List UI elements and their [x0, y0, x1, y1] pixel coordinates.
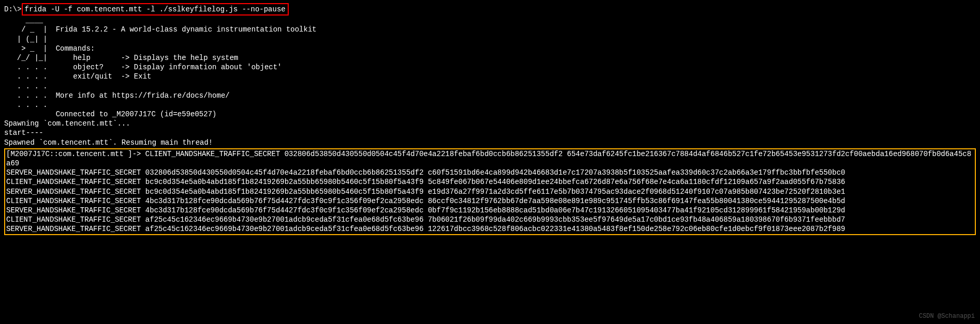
ssl-secrets-highlight: [M2007J17C::com.tencent.mtt ]-> CLIENT_H…: [4, 148, 976, 235]
secrets-container: [M2007J17C::com.tencent.mtt ]-> CLIENT_H…: [6, 149, 974, 234]
version-line: Frida 15.2.2 - A world-class dynamic ins…: [56, 25, 317, 34]
frida-banner: ____ / _ | | (_| | > _ | /_/ |_| . . . .…: [4, 16, 976, 119]
help-command: help -> Displays the help system: [56, 54, 239, 62]
target-prompt: [M2007J17C::com.tencent.mtt ]->: [6, 150, 145, 158]
spawned-line: Spawned `com.tencent.mtt`. Resuming main…: [4, 138, 976, 147]
terminal-window[interactable]: D:\> frida -U -f com.tencent.mtt -l ./ss…: [0, 0, 980, 238]
command-highlight: frida -U -f com.tencent.mtt -l ./sslkeyf…: [22, 3, 289, 16]
command-text: frida -U -f com.tencent.mtt -l ./sslkeyf…: [25, 5, 286, 13]
secret-line: CLIENT_HANDSHAKE_TRAFFIC_SECRET af25c45c…: [6, 215, 974, 224]
command-line: D:\> frida -U -f com.tencent.mtt -l ./ss…: [4, 3, 976, 16]
secret-text: CLIENT_HANDSHAKE_TRAFFIC_SECRET 032806d5…: [6, 150, 971, 167]
prompt-prefix: D:\>: [4, 5, 22, 14]
start-line: start----: [4, 128, 976, 137]
secret-line: SERVER_HANDSHAKE_TRAFFIC_SECRET af25c45c…: [6, 224, 974, 234]
object-command: object? -> Display information about 'ob…: [56, 63, 282, 71]
secret-line: CLIENT_HANDSHAKE_TRAFFIC_SECRET bc9c0d35…: [6, 177, 974, 187]
exit-command: exit/quit -> Exit: [56, 72, 152, 81]
spawning-line: Spawning `com.tencent.mtt`...: [4, 119, 976, 128]
connected-line: Connected to _M2007J17C (id=e59e0527): [56, 110, 217, 118]
secret-line: SERVER_HANDSHAKE_TRAFFIC_SECRET 032806d5…: [6, 168, 974, 177]
frida-logo-ascii: ____ / _ | | (_| | > _ | /_/ |_| . . . .…: [8, 16, 48, 110]
secret-line: [M2007J17C::com.tencent.mtt ]-> CLIENT_H…: [6, 149, 974, 168]
secret-line: SERVER_HANDSHAKE_TRAFFIC_SECRET 4bc3d317…: [6, 206, 974, 215]
secret-line: SERVER_HANDSHAKE_TRAFFIC_SECRET bc9c0d35…: [6, 187, 974, 196]
commands-header: Commands:: [56, 44, 95, 53]
watermark: CSDN @Schanappi: [919, 313, 975, 321]
more-info: More info at https://frida.re/docs/home/: [56, 91, 230, 100]
frida-intro: Frida 15.2.2 - A world-class dynamic ins…: [56, 16, 317, 119]
secret-line: CLIENT_HANDSHAKE_TRAFFIC_SECRET 4bc3d317…: [6, 196, 974, 206]
